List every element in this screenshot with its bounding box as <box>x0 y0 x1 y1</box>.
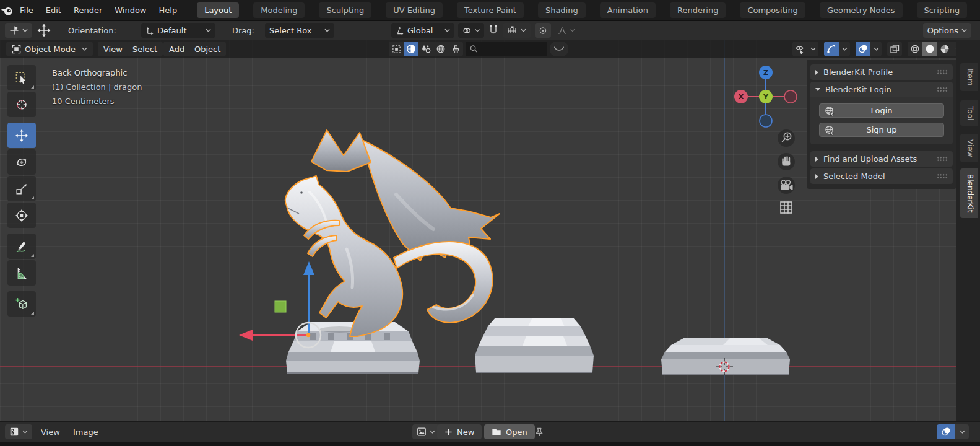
shading-sphere-icon[interactable] <box>404 42 418 56</box>
snap-settings-dropdown[interactable] <box>503 23 531 38</box>
tool-annotate[interactable] <box>7 234 36 259</box>
signup-button[interactable]: Sign up <box>819 123 944 137</box>
image-datablock-dropdown[interactable] <box>412 424 440 439</box>
panel-blenderkit-profile[interactable]: BlenderKit Profile <box>810 64 953 80</box>
tool-add-cube[interactable] <box>7 291 36 317</box>
gizmos-toggle[interactable] <box>824 42 839 56</box>
panel-find-upload-assets[interactable]: Find and Upload Assets <box>810 151 953 167</box>
sidebar-tab-blenderkit[interactable]: BlenderKit <box>960 168 978 218</box>
workspace-tab-compositing[interactable]: Compositing <box>740 2 805 18</box>
link-icon <box>462 26 471 35</box>
xray-toggle[interactable] <box>887 42 902 56</box>
workspace-tab-animation[interactable]: Animation <box>600 2 656 18</box>
world-icon[interactable] <box>433 42 448 56</box>
menu-edit[interactable]: Edit <box>40 3 67 17</box>
panel-grip-handle[interactable] <box>937 87 948 92</box>
gizmos-chevron[interactable] <box>839 42 850 56</box>
material-paint-icon[interactable] <box>418 42 433 56</box>
folder-icon <box>492 427 501 436</box>
gizmo-plane-handle[interactable] <box>275 301 286 312</box>
header-curve-dropdown[interactable] <box>550 42 568 56</box>
panel-grip-handle[interactable] <box>937 173 948 179</box>
workspace-tab-scripting[interactable]: Scripting <box>917 2 968 18</box>
shading-wireframe-icon[interactable] <box>908 42 922 56</box>
menu-help[interactable]: Help <box>153 3 184 17</box>
login-button[interactable]: Login <box>819 103 944 118</box>
shading-material-icon[interactable] <box>937 42 952 56</box>
viewport-menu-add[interactable]: Add <box>163 42 190 56</box>
menu-file[interactable]: File <box>14 3 40 17</box>
shading-solid-icon[interactable] <box>922 42 937 56</box>
mode-dropdown[interactable]: Object Mode <box>6 42 93 56</box>
image-menu-view[interactable]: View <box>35 424 66 439</box>
workspace-tab-texture-paint[interactable]: Texture Paint <box>457 2 524 18</box>
active-tool-dropdown[interactable] <box>5 23 32 38</box>
workspace-tab-layout[interactable]: Layout <box>197 2 239 18</box>
tool-select-box[interactable] <box>7 65 36 90</box>
proportional-falloff-dropdown[interactable] <box>553 23 579 38</box>
tool-measure[interactable] <box>7 260 36 286</box>
tool-move[interactable] <box>7 123 36 148</box>
object-visibility-chevron[interactable] <box>807 42 818 56</box>
workspace-tab-modeling[interactable]: Modeling <box>253 2 305 18</box>
panel-grip-handle[interactable] <box>937 69 948 75</box>
object-visibility-icon[interactable] <box>792 42 807 56</box>
drag-dropdown[interactable]: Select Box <box>265 23 334 38</box>
workspace-tab-uv-editing[interactable]: UV Editing <box>386 2 443 18</box>
workspace-tab-geometry-nodes[interactable]: Geometry Nodes <box>820 2 903 18</box>
snap-pivot-dropdown[interactable] <box>458 23 484 38</box>
snap-toggle[interactable] <box>488 23 499 38</box>
search-input[interactable] <box>481 45 543 53</box>
orientation-dropdown[interactable]: Default <box>141 23 215 38</box>
viewport-3d[interactable]: Z X Y <box>0 40 980 421</box>
brush-icon[interactable] <box>448 42 463 56</box>
viewport-search[interactable] <box>466 42 547 56</box>
tool-scale[interactable] <box>7 176 36 201</box>
pedestal-model-3[interactable] <box>661 338 790 374</box>
menu-window[interactable]: Window <box>108 3 152 17</box>
options-button[interactable]: Options <box>923 23 971 38</box>
workspace-tabs: Layout Modeling Sculpting UV Editing Tex… <box>197 2 980 18</box>
viewport-menu-select[interactable]: Select <box>127 42 163 56</box>
tool-rotate[interactable] <box>7 149 36 175</box>
transform-orientation-dropdown[interactable]: Global <box>391 23 454 38</box>
viewport-menu-object[interactable]: Object <box>189 42 226 56</box>
sidebar-tab-tool[interactable]: Tool <box>960 100 978 126</box>
pan-control[interactable] <box>778 153 795 170</box>
editor-overlays-toggle[interactable] <box>937 424 955 439</box>
move-gizmo[interactable] <box>239 261 321 348</box>
panel-selected-model[interactable]: Selected Model <box>810 168 953 184</box>
image-new-button[interactable]: New <box>437 424 482 439</box>
proportional-editing-toggle[interactable] <box>535 23 551 38</box>
sidebar-tab-view[interactable]: View <box>960 134 978 162</box>
panel-blenderkit-login[interactable]: BlenderKit Login <box>810 82 953 97</box>
workspace-tab-sculpting[interactable]: Sculpting <box>319 2 371 18</box>
pedestal-model-2[interactable] <box>475 318 594 372</box>
menu-render[interactable]: Render <box>67 3 108 17</box>
grid-scale-label: 10 Centimeters <box>52 94 142 108</box>
editor-type-dropdown[interactable] <box>5 424 32 439</box>
tool-transform[interactable] <box>7 203 36 228</box>
orientation-label: Orientation: <box>68 23 116 38</box>
zoom-control[interactable] <box>778 129 795 147</box>
overlays-chevron[interactable] <box>870 42 882 56</box>
select-mode-icon[interactable] <box>389 42 404 56</box>
viewport-menu-view[interactable]: View <box>98 42 128 56</box>
overlays-toggle[interactable] <box>856 42 870 56</box>
nav-axis-x-neg[interactable] <box>784 90 797 103</box>
dragon-model[interactable] <box>285 130 500 336</box>
pin-icon[interactable] <box>534 424 544 439</box>
nav-axis-z-neg[interactable] <box>760 115 772 127</box>
workspace-tab-rendering[interactable]: Rendering <box>670 2 726 18</box>
image-open-button[interactable]: Open <box>484 424 535 439</box>
camera-view-control[interactable] <box>778 177 795 194</box>
axis-nav-gizmo[interactable]: Z X Y <box>734 66 797 127</box>
blender-logo-icon[interactable] <box>0 5 14 16</box>
workspace-tab-shading[interactable]: Shading <box>538 2 586 18</box>
sidebar-tab-item[interactable]: Item <box>960 63 978 91</box>
image-menu-image[interactable]: Image <box>67 424 105 439</box>
grid-ortho-control[interactable] <box>781 202 792 213</box>
editor-overlays-chevron[interactable] <box>955 424 969 439</box>
panel-grip-handle[interactable] <box>937 156 948 162</box>
tool-cursor[interactable] <box>7 92 36 117</box>
